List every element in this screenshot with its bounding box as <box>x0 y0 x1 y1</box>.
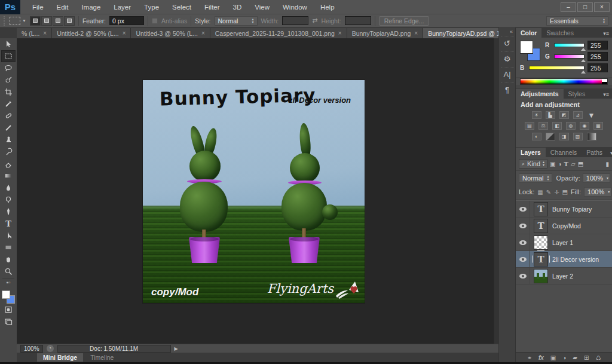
new-adjustment-layer-icon[interactable]: ◑ <box>562 354 566 361</box>
tab-layers[interactable]: Layers <box>516 148 546 157</box>
layer-row-selected[interactable]: T 2li Decor version <box>516 251 612 268</box>
tab-mini-bridge[interactable]: Mini Bridge <box>37 353 83 362</box>
maximize-button[interactable]: □ <box>577 2 593 12</box>
type-layer-thumbnail[interactable]: T <box>534 202 548 216</box>
lasso-tool[interactable] <box>1 62 16 74</box>
red-value-field[interactable]: 255 <box>587 41 608 50</box>
path-selection-tool[interactable] <box>1 230 16 241</box>
document-canvas[interactable]: Bunny Topiary zli Decor version copy/Mod… <box>143 80 365 303</box>
menu-layer[interactable]: Layer <box>108 2 137 13</box>
add-layer-mask-icon[interactable]: ▣ <box>550 354 556 361</box>
layer-row[interactable]: T Bunny Topiary <box>516 201 612 218</box>
threshold-icon[interactable]: ◨ <box>559 133 569 140</box>
invert-icon[interactable]: ◐ <box>532 133 541 140</box>
width-input[interactable] <box>282 16 308 25</box>
filter-type-layers-icon[interactable]: T <box>564 161 568 167</box>
foreground-color-swatch[interactable] <box>2 290 10 299</box>
color-balance-icon[interactable]: ⚖ <box>538 122 548 130</box>
blue-value-field[interactable]: 255 <box>587 63 608 72</box>
fill-dropdown[interactable]: 100% ▾ <box>584 187 611 197</box>
opacity-dropdown[interactable]: 100% ▾ <box>583 173 610 183</box>
menu-help[interactable]: Help <box>314 2 341 13</box>
selective-color-icon[interactable]: ▧ <box>573 133 583 140</box>
tab-adjustments[interactable]: Adjustments <box>516 89 564 99</box>
blur-tool[interactable] <box>1 182 16 194</box>
panel-menu-icon[interactable]: ▾≡ <box>600 90 612 99</box>
black-white-icon[interactable]: ◧ <box>552 122 562 130</box>
clone-stamp-tool[interactable] <box>1 134 16 146</box>
layer-styles-icon[interactable]: fx <box>538 354 544 361</box>
layer-row[interactable]: Layer 1 <box>516 234 612 251</box>
menu-3d[interactable]: 3D <box>227 2 248 13</box>
zoom-level-field[interactable]: 100% <box>20 345 43 353</box>
screen-mode-button[interactable] <box>1 316 16 328</box>
paragraph-panel-icon[interactable]: ¶ <box>501 82 514 97</box>
panel-menu-icon[interactable]: ▾≡ <box>607 149 612 157</box>
tool-preset-picker[interactable]: ▼ <box>10 17 26 25</box>
rectangle-shape-tool[interactable] <box>1 241 16 253</box>
height-input[interactable] <box>345 16 371 25</box>
new-layer-icon[interactable]: ⊞ <box>584 354 589 361</box>
layer-row[interactable]: T Copy/Mod <box>516 218 612 234</box>
move-tool[interactable] <box>1 38 16 50</box>
zoom-tool[interactable] <box>1 265 16 277</box>
layer-row[interactable]: Layer 2 <box>516 268 612 285</box>
lock-image-pixels-icon[interactable]: ✎ <box>546 189 551 195</box>
canvas-pasteboard[interactable]: Bunny Topiary zli Decor version copy/Mod… <box>17 38 498 344</box>
color-lookup-icon[interactable]: ▦ <box>593 122 603 130</box>
link-layers-icon[interactable]: ⚭ <box>527 354 532 361</box>
close-icon[interactable]: × <box>123 30 126 36</box>
lock-position-icon[interactable]: ✛ <box>554 189 559 195</box>
add-selection-button[interactable] <box>41 16 52 26</box>
history-brush-tool[interactable] <box>1 146 16 158</box>
hue-saturation-icon[interactable]: ▤ <box>525 122 534 130</box>
filter-shape-layers-icon[interactable]: ▱ <box>571 161 576 167</box>
document-tab[interactable]: Untitled-3 @ 50% (L...× <box>131 28 210 38</box>
close-icon[interactable]: × <box>201 30 205 36</box>
rectangular-marquee-tool[interactable] <box>1 50 16 62</box>
menu-image[interactable]: Image <box>75 2 106 13</box>
exposure-icon[interactable]: ⊿ <box>573 111 583 119</box>
menu-select[interactable]: Select <box>166 2 197 13</box>
visibility-toggle[interactable] <box>516 234 530 250</box>
workspace-dropdown[interactable]: Essentials ▴▾ <box>546 16 608 26</box>
menu-type[interactable]: Type <box>138 2 165 13</box>
dodge-tool[interactable] <box>1 194 16 206</box>
red-slider[interactable] <box>554 43 585 47</box>
lock-all-icon[interactable]: ⬒ <box>562 189 568 195</box>
menu-file[interactable]: File <box>26 2 50 13</box>
vertical-scrollbar[interactable] <box>494 38 498 344</box>
close-button[interactable]: × <box>594 2 610 12</box>
filter-adjustment-layers-icon[interactable]: ◑ <box>558 161 562 167</box>
visibility-toggle[interactable] <box>516 268 530 284</box>
hand-tool[interactable] <box>1 253 16 265</box>
character-panel-icon[interactable]: A| <box>501 67 514 81</box>
quick-mask-button[interactable] <box>1 304 16 316</box>
close-icon[interactable]: × <box>43 30 47 36</box>
tab-paths[interactable]: Paths <box>582 148 607 157</box>
panel-menu-icon[interactable]: ▾≡ <box>600 29 612 38</box>
tab-swatches[interactable]: Swatches <box>541 28 579 38</box>
expand-dock-icon[interactable]: « <box>510 29 513 35</box>
transparent-layer-thumbnail[interactable] <box>534 235 548 250</box>
history-panel-icon[interactable]: ↺ <box>501 36 514 50</box>
green-value-field[interactable]: 255 <box>587 52 608 61</box>
default-colors-icon[interactable]: ▪▫ <box>6 279 10 289</box>
filter-pixel-layers-icon[interactable]: ▣ <box>550 161 555 167</box>
antialias-checkbox[interactable] <box>152 18 158 24</box>
gradient-tool[interactable] <box>1 170 16 182</box>
tab-styles[interactable]: Styles <box>564 89 590 99</box>
delete-layer-icon[interactable]: ♺ <box>595 354 601 361</box>
eraser-tool[interactable] <box>1 158 16 170</box>
visibility-toggle[interactable] <box>516 251 530 267</box>
adobe-drive-icon[interactable]: ◔ <box>47 345 54 352</box>
properties-panel-icon[interactable]: ⚙ <box>501 51 514 66</box>
close-icon[interactable]: × <box>338 30 342 36</box>
filter-kind-dropdown[interactable]: ⌕ Kind ▴▾ <box>519 159 547 169</box>
crop-tool[interactable] <box>1 86 16 98</box>
lock-transparent-pixels-icon[interactable]: ▦ <box>537 189 543 195</box>
foreground-color-swatch[interactable] <box>520 41 533 54</box>
visibility-toggle[interactable] <box>516 201 530 217</box>
type-layer-thumbnail[interactable]: T <box>534 252 548 267</box>
swap-dimensions-icon[interactable]: ⇄ <box>312 17 317 25</box>
